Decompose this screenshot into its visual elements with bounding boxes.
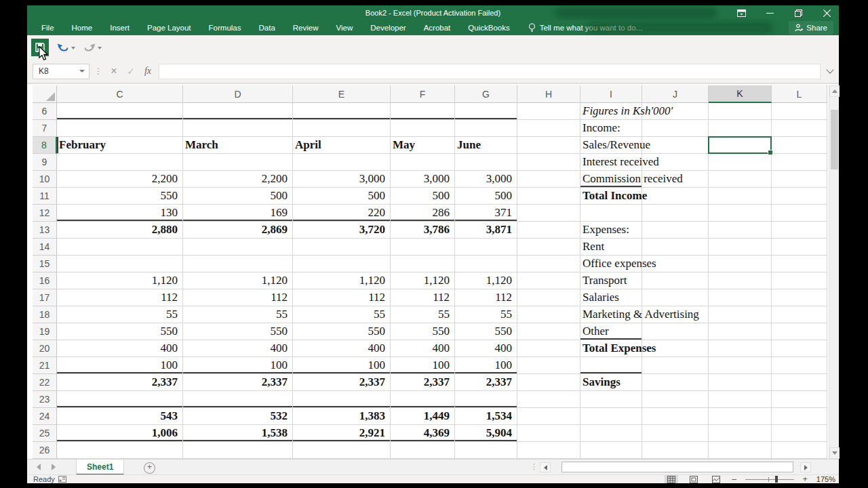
cell-K6[interactable] — [709, 103, 772, 120]
cell-I19[interactable]: Other — [580, 323, 642, 340]
cell-I21[interactable] — [580, 357, 642, 374]
column-header-G[interactable]: G — [455, 85, 517, 103]
cell-H14[interactable] — [517, 239, 580, 256]
cell-D16[interactable]: 1,120 — [183, 272, 293, 289]
cell-J24[interactable] — [642, 408, 709, 425]
cell-F22[interactable]: 2,337 — [391, 374, 455, 391]
column-header-E[interactable]: E — [293, 85, 391, 103]
column-header-K[interactable]: K — [709, 85, 772, 103]
cell-F14[interactable] — [391, 239, 455, 256]
cell-C17[interactable]: 112 — [57, 289, 183, 306]
close-button[interactable] — [821, 7, 832, 18]
cell-K23[interactable] — [709, 391, 772, 408]
cell-H15[interactable] — [517, 256, 580, 272]
cell-E12[interactable]: 220 — [293, 205, 391, 222]
cell-H20[interactable] — [517, 340, 580, 357]
cell-H6[interactable] — [517, 103, 580, 120]
cell-D25[interactable]: 1,538 — [183, 425, 293, 442]
scrollbar-resize-handle[interactable]: ⋮ — [530, 462, 538, 471]
cell-K18[interactable] — [709, 306, 772, 323]
cell-L16[interactable] — [772, 272, 827, 289]
cell-F24[interactable]: 1,449 — [391, 408, 455, 425]
cell-H19[interactable] — [517, 323, 580, 340]
cell-E22[interactable]: 2,337 — [293, 374, 391, 391]
cell-D12[interactable]: 169 — [183, 205, 293, 222]
cell-C13[interactable]: 2,880 — [57, 222, 183, 239]
formula-input[interactable] — [159, 64, 821, 79]
formula-bar-expand-icon[interactable] — [825, 65, 835, 77]
minimize-button[interactable] — [764, 7, 775, 18]
column-header-D[interactable]: D — [183, 85, 293, 103]
cell-L21[interactable] — [772, 357, 827, 374]
cell-H8[interactable] — [517, 137, 580, 154]
row-header-6[interactable]: 6 — [33, 103, 57, 120]
cell-L19[interactable] — [772, 323, 827, 340]
cell-I14[interactable]: Rent — [580, 239, 642, 256]
cell-I13[interactable]: Expenses: — [580, 222, 642, 239]
cell-E21[interactable]: 100 — [293, 357, 391, 374]
column-header-I[interactable]: I — [580, 85, 642, 103]
cell-D13[interactable]: 2,869 — [183, 222, 293, 239]
ribbon-tab-acrobat[interactable]: Acrobat — [415, 20, 460, 35]
cell-L18[interactable] — [772, 306, 827, 323]
cell-J23[interactable] — [642, 391, 709, 408]
cell-I18[interactable]: Marketing & Advertising — [580, 306, 642, 323]
cell-L14[interactable] — [772, 239, 827, 256]
row-header-19[interactable]: 19 — [33, 323, 57, 340]
cell-I23[interactable] — [580, 391, 642, 408]
cell-J8[interactable] — [642, 137, 709, 154]
row-header-9[interactable]: 9 — [33, 154, 57, 171]
ribbon-display-options-icon[interactable] — [736, 7, 747, 18]
cell-K20[interactable] — [709, 340, 772, 357]
cell-D18[interactable]: 55 — [183, 306, 293, 323]
undo-dropdown-caret[interactable] — [71, 47, 75, 49]
row-header-10[interactable]: 10 — [33, 171, 57, 188]
cell-J16[interactable] — [642, 272, 709, 289]
cell-D20[interactable]: 400 — [183, 340, 293, 357]
cell-H13[interactable] — [517, 222, 580, 239]
cell-E24[interactable]: 1,383 — [293, 408, 391, 425]
undo-button[interactable] — [57, 42, 75, 53]
cell-K16[interactable] — [709, 272, 772, 289]
cell-I15[interactable]: Office expenses — [580, 256, 642, 272]
cell-E26[interactable] — [293, 442, 391, 459]
cell-D9[interactable] — [183, 154, 293, 171]
cell-F13[interactable]: 3,786 — [391, 222, 455, 239]
cell-D19[interactable]: 550 — [183, 323, 293, 340]
cell-G15[interactable] — [455, 256, 517, 272]
cell-F16[interactable]: 1,120 — [391, 272, 455, 289]
restore-button[interactable] — [793, 7, 804, 18]
row-header-25[interactable]: 25 — [33, 425, 57, 442]
cell-G20[interactable]: 400 — [455, 340, 517, 357]
cell-C9[interactable] — [57, 154, 183, 171]
cell-J13[interactable] — [642, 222, 709, 239]
cell-F8[interactable]: May — [391, 137, 455, 154]
cell-D26[interactable] — [183, 442, 293, 459]
cell-C10[interactable]: 2,200 — [57, 171, 183, 188]
new-sheet-button[interactable]: + — [144, 462, 155, 474]
ribbon-tab-insert[interactable]: Insert — [101, 20, 138, 35]
cell-E15[interactable] — [293, 256, 391, 272]
ribbon-tab-file[interactable]: File — [33, 20, 63, 35]
redo-dropdown-caret[interactable] — [98, 47, 102, 49]
cell-K22[interactable] — [709, 374, 772, 391]
cell-F11[interactable]: 500 — [391, 188, 455, 205]
cell-K13[interactable] — [709, 222, 772, 239]
cell-K15[interactable] — [709, 256, 772, 272]
row-header-21[interactable]: 21 — [33, 357, 57, 374]
column-header-L[interactable]: L — [772, 85, 827, 103]
cell-I20[interactable]: Total Expenses — [580, 340, 642, 357]
hscroll-left-arrow[interactable] — [540, 462, 551, 472]
cell-E20[interactable]: 400 — [293, 340, 391, 357]
cell-L25[interactable] — [772, 425, 827, 442]
cell-C16[interactable]: 1,120 — [57, 272, 183, 289]
cell-L11[interactable] — [772, 188, 827, 205]
cell-J11[interactable] — [642, 188, 709, 205]
column-header-C[interactable]: C — [57, 85, 183, 103]
column-header-H[interactable]: H — [517, 85, 580, 103]
cell-I9[interactable]: Interest received — [580, 154, 642, 171]
cell-G13[interactable]: 3,871 — [455, 222, 517, 239]
cell-G14[interactable] — [455, 239, 517, 256]
cell-F26[interactable] — [391, 442, 455, 459]
cell-L20[interactable] — [772, 340, 827, 357]
